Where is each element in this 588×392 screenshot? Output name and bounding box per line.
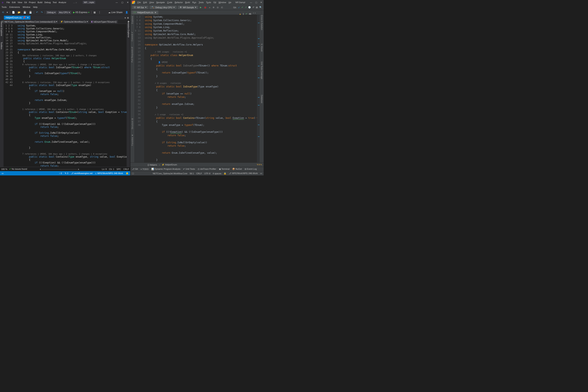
bread-ns[interactable]: Helpers (150, 164, 157, 166)
rd-menu-window[interactable]: Window (218, 1, 226, 4)
vs-menu-tools[interactable]: Tools (2, 6, 7, 8)
status-proj[interactable]: NETCore_OptimaJet.Workflow.Core (153, 172, 188, 175)
tb-misc1[interactable]: ▦ (93, 10, 96, 14)
vtab-commit[interactable]: Commit ✔ (131, 32, 134, 41)
git-rollback-icon[interactable]: ↺ (252, 6, 254, 8)
ctx-project[interactable]: ☑NETCore_OptimaJet.Workflow.Core (netsta… (1, 20, 58, 23)
bread-class[interactable]: HelperEnum (165, 164, 177, 166)
run-button[interactable]: ▶ IIS Express ▾ (72, 10, 90, 14)
status-eol[interactable]: CRLF (196, 172, 202, 175)
tab-close-icon[interactable]: ✕ (154, 11, 156, 14)
platform-combo[interactable]: Any CPU ▾ (58, 11, 71, 14)
status-ram-icon[interactable]: ▭ (260, 172, 262, 175)
vs-code-area[interactable]: using System; using System.Collections.G… (17, 24, 126, 167)
vs-menu-view[interactable]: View (18, 1, 22, 4)
search-icon[interactable]: 🔍 (259, 6, 262, 8)
vtab-il-viewer[interactable]: IL Viewer (261, 44, 263, 52)
tool-terminal[interactable]: ▣ Terminal (219, 168, 230, 170)
pending-up[interactable]: ↑ 0 (59, 172, 62, 174)
open-icon[interactable]: 📂 (17, 10, 21, 14)
git-push-icon[interactable]: ↗ (245, 6, 246, 8)
vs-menu-extensions[interactable]: Extensions (10, 6, 20, 8)
pencils-icon[interactable]: ✎✎✎ (257, 164, 262, 166)
nav-back-icon[interactable]: ⟲ (1, 10, 5, 14)
pending-edit[interactable]: ✎ 3 (65, 172, 68, 175)
status-enc[interactable]: UTF-8 (204, 172, 210, 175)
close-icon[interactable]: ✕ (127, 1, 128, 4)
vs-menu-analyze[interactable]: Analyze (58, 1, 66, 4)
rd-config-picker[interactable]: 🔨 Debug | Any CPU ▾ (150, 6, 176, 9)
tool-todo[interactable]: ≡ TODO (140, 168, 148, 170)
vs-menu-project[interactable]: Project (29, 1, 36, 4)
minimize-icon[interactable]: — (116, 1, 118, 4)
maximize-icon[interactable]: ▢ (121, 1, 123, 4)
vs-menu-test[interactable]: Test (53, 1, 57, 4)
rd-code-area[interactable]: using System; using System.Collections.G… (144, 15, 257, 162)
vs-menu-window[interactable]: Window (23, 6, 30, 8)
zoom-dropdown[interactable]: 100 % (1, 168, 7, 170)
vs-editor-tab[interactable]: HelperEnum.cs 📌 ✕ (4, 16, 30, 20)
new-icon[interactable]: 📄 (11, 10, 16, 14)
tool-nuget[interactable]: 📦 NuGet (232, 168, 242, 170)
vs-editor[interactable]: 1 2 3 4 5 6 7 8 9 10 11 12 13 14 15 16 1… (4, 24, 126, 167)
vs-menu-edit[interactable]: Edit (12, 1, 16, 4)
ctx-member[interactable]: ◧IsEnumType<TEnum>() (90, 20, 118, 23)
save-icon[interactable]: 💾 (22, 10, 27, 14)
tool-dottrace[interactable]: ◴ dotTrace Profiler (198, 168, 216, 170)
status-lock-icon[interactable]: 🔒 (224, 172, 226, 175)
debug-icon[interactable]: 🐞 (203, 6, 207, 8)
run-icon[interactable]: ▶ (199, 6, 202, 8)
pin-icon[interactable]: 📌 (23, 16, 26, 19)
vtab-pull-requests[interactable]: Pull Requests ⇄ (131, 47, 134, 62)
git-update-icon[interactable]: ↙ (238, 6, 240, 8)
tab-close-icon[interactable]: ✕ (27, 16, 29, 19)
rd-menu-refactor[interactable]: Refactor (175, 1, 183, 4)
tool-unit-tests[interactable]: ✔ Unit Tests (183, 168, 195, 170)
repo-indicator[interactable]: ⎇ workflowengine.net (71, 172, 92, 175)
vtab-toolbox[interactable]: Toolbox (0, 41, 3, 50)
rd-menu-help[interactable]: He (228, 1, 231, 4)
ins-indicator[interactable]: SPC (116, 168, 121, 170)
vs-menu-git[interactable]: Git (24, 1, 27, 4)
vtab-favorites[interactable]: Favorites ★ (131, 134, 134, 146)
maximize-icon[interactable]: ▢ (255, 1, 257, 4)
tool-dpa[interactable]: 📊 Dynamic Program Analysis (151, 168, 180, 170)
liveshare-button[interactable]: ☁ Live Share (108, 10, 123, 14)
tool-event-log[interactable]: ⊟ Event Log (244, 168, 257, 170)
vtab-structure[interactable]: Structure ≣ (131, 118, 134, 129)
status-branch[interactable]: ⎇ WFE/Work/WFE-346-Work (229, 172, 258, 175)
vs-menu-build[interactable]: Build (38, 1, 42, 4)
status-indent[interactable]: 4 spaces (213, 172, 221, 175)
tab-dropdown-icon[interactable]: ▾ (125, 17, 126, 19)
ch-indicator[interactable]: Ch: 1 (109, 168, 114, 170)
vs-status-box-icon[interactable]: ▭ (2, 172, 4, 175)
rd-menu-file[interactable]: File (138, 1, 141, 4)
vtab-server-explorer[interactable]: Server Explorer (0, 20, 3, 37)
rd-sln-picker[interactable]: ☑ WF.Sar ▾ (132, 6, 148, 9)
rd-menu-git[interactable]: Git (214, 1, 216, 4)
tab-gear-icon[interactable]: ⚙ (127, 17, 129, 19)
vtab-errors[interactable]: Errors In Solution (261, 15, 263, 30)
account-icon[interactable]: 👤 (124, 10, 129, 14)
ctx-class[interactable]: ⚡OptimaJet.Workflow.Co ▾ (59, 20, 89, 23)
rd-menu-view[interactable]: View (149, 1, 154, 4)
branch-indicator[interactable]: ⎌ WFE/Work/WFE-346-Work (95, 172, 123, 174)
structure-icon[interactable]: ▤ (256, 6, 258, 8)
minimize-icon[interactable]: — (250, 1, 252, 4)
issues-status[interactable]: ✔ No issues found (9, 168, 27, 170)
stop-icon[interactable]: ■ (208, 6, 211, 8)
tool-git[interactable]: ⎇ Git (132, 168, 138, 170)
saveall-icon[interactable]: 💾 (28, 10, 33, 14)
tb-misc2[interactable]: ⋮ (98, 10, 102, 14)
eol-indicator[interactable]: CRLF (123, 168, 129, 170)
bell-icon[interactable]: 🔔 (126, 172, 128, 175)
inspection-widgets[interactable]: ▲1 ✔46 ˄ ˅ (239, 12, 256, 15)
vs-menu-file[interactable]: File (6, 1, 10, 4)
undo-icon[interactable]: ↶ (35, 10, 39, 14)
ln-indicator[interactable]: Ln: 8 (102, 168, 106, 170)
redo-icon[interactable]: ↷ (40, 10, 44, 14)
vtab-solution-explorer[interactable]: Solution Explorer (127, 20, 130, 38)
coverage-icon[interactable]: ◎ (216, 6, 219, 8)
rider-editor-tab[interactable]: C# HelperEnum.cs ✕ (132, 10, 158, 14)
rd-menu-navigate[interactable]: Navigate (156, 1, 165, 4)
